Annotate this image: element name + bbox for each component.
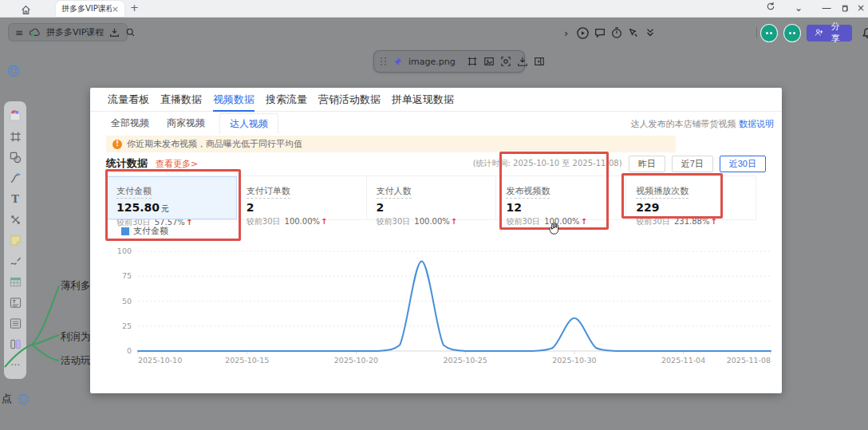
range-yesterday-button[interactable]: 昨日 [629,156,665,172]
notifications-bell-icon[interactable] [862,26,868,40]
svg-text:50: 50 [122,297,132,306]
whiteboard-app-window: 拼多多VIP课程 × + ⌄ — × ≡ 拼多多VIP课程 › [0,0,868,430]
share-label: 分享 [827,21,844,45]
card-label: 支付订单数 [247,185,290,199]
view-more-link[interactable]: 查看更多> [156,158,198,170]
note-text: 达人发布的本店铺带货视频 [631,119,740,129]
assets-icon[interactable] [9,109,22,122]
svg-text:2025-10-20: 2025-10-20 [334,356,378,365]
menu-icon[interactable]: ≡ [15,27,23,38]
stat-card-paying-users[interactable]: 支付人数 2 较前30日100.00%↑ [367,176,497,219]
download-icon[interactable] [109,27,120,37]
range-30days-button[interactable]: 近30日 [720,156,766,172]
drag-handle-icon[interactable] [381,57,387,65]
canvas-text-fragment: 点 [2,392,12,406]
expand-chevron-icon[interactable]: › [558,25,574,41]
svg-text:2025-11-04: 2025-11-04 [661,356,705,365]
card-compare-label: 较前30日 [377,217,411,226]
help-icon[interactable] [18,393,30,408]
svg-text:100: 100 [117,247,132,255]
window-menu-chevron-icon[interactable]: ⌄ [795,2,803,14]
laser-pointer-icon[interactable] [625,25,641,41]
svg-text:2025-11-08: 2025-11-08 [727,356,771,365]
window-close-button[interactable]: × [857,2,865,14]
canvas-badge-icon[interactable] [7,65,20,81]
tab-close-icon[interactable]: × [112,5,119,14]
header-right-tools: › 分享 × [558,24,868,41]
transform-icon[interactable] [9,213,22,226]
pin-icon[interactable] [393,55,403,68]
minimize-button[interactable]: — [822,2,831,14]
collapse-toolbar-icon[interactable] [642,25,657,41]
hand-cursor-icon [547,222,561,239]
svg-text:2025-10-10: 2025-10-10 [138,356,182,365]
toolbar-divider [756,27,757,38]
data-explain-link[interactable]: 数据说明 [739,119,774,129]
sticky-note-icon[interactable] [9,234,22,247]
search-icon[interactable] [125,27,136,37]
collaborator-avatar[interactable] [760,24,778,42]
tab-marketing-data[interactable]: 营销活动数据 [318,88,381,112]
svg-text:75: 75 [122,271,132,280]
restore-button[interactable] [840,3,849,16]
frame-icon[interactable] [9,130,22,143]
text-icon[interactable]: T [9,192,22,205]
browser-tab[interactable]: 拼多多VIP课程 × [56,1,124,17]
card-label: 支付人数 [377,185,412,199]
subtab-influencer-videos[interactable]: 达人视频 [219,113,278,134]
annotation-rect-payment-amount [105,169,241,241]
open-panel-icon[interactable] [534,55,545,68]
card-delta: 100.00% [285,217,321,226]
dashboard-tabs: 流量看板 直播数据 视频数据 搜索流量 营销活动数据 拼单返现数据 [90,88,782,112]
stat-card-payment-orders[interactable]: 支付订单数 2 较前30日100.00%↑ [237,176,367,219]
svg-text:2025-10-25: 2025-10-25 [444,356,487,365]
card-compare-label: 较前30日 [247,217,281,226]
up-arrow-icon: ↑ [451,217,457,226]
image-filename: image.png [408,57,456,67]
svg-text:2025-10-15: 2025-10-15 [225,356,269,365]
replace-image-icon[interactable] [483,55,495,68]
svg-text:0: 0 [127,346,132,355]
range-7days-button[interactable]: 近7日 [672,156,713,172]
warning-banner: ! 你近期未发布视频，商品曝光低于同行平均值 [106,136,676,152]
zoom-to-fit-icon[interactable] [500,55,511,68]
download-image-icon[interactable] [517,55,528,68]
annotation-rect-published-videos [499,152,609,230]
warning-text: 你近期未发布视频，商品曝光低于同行平均值 [127,138,302,150]
add-frame-icon[interactable] [467,55,478,68]
subtab-note: 达人发布的本店铺带货视频 数据说明 [631,118,775,130]
sync-icon[interactable] [766,2,775,14]
tab-video-data[interactable]: 视频数据 [213,88,254,112]
svg-text:25: 25 [122,322,132,330]
tab-live-data[interactable]: 直播数据 [160,88,202,112]
image-context-toolbar: image.png [373,50,525,73]
browser-titlebar: 拼多多VIP课程 × + ⌄ — × [0,0,868,18]
svg-text:2025-10-30: 2025-10-30 [552,356,596,365]
document-title[interactable]: 拼多多VIP课程 [46,26,104,38]
app-header: ≡ 拼多多VIP课程 [8,23,128,41]
card-delta: 100.00% [414,217,450,226]
card-value: 2 [377,201,385,214]
connector-icon[interactable] [9,172,22,184]
payment-trend-chart: 02550751002025-10-102025-10-152025-10-20… [97,241,775,369]
tab-title: 拼多多VIP课程 [61,3,112,14]
subtab-merchant-videos[interactable]: 商家视频 [164,113,208,133]
annotation-rect-video-plays [621,173,723,219]
subtab-all-videos[interactable]: 全部视频 [108,113,152,133]
up-arrow-icon: ↑ [321,217,327,226]
share-button[interactable]: 分享 [807,25,851,41]
warning-icon: ! [112,140,122,149]
line-chart: 02550751002025-10-102025-10-152025-10-20… [97,241,775,372]
timer-icon[interactable] [609,25,624,41]
cloud-sync-icon [29,28,41,37]
collaborator-avatar[interactable] [783,24,801,42]
shapes-icon[interactable] [9,151,22,164]
card-value: 2 [247,201,254,214]
tab-group-rebate-data[interactable]: 拼单返现数据 [392,88,454,112]
new-tab-button[interactable]: + [130,2,139,14]
home-icon[interactable] [21,3,31,18]
tab-traffic-board[interactable]: 流量看板 [108,88,149,112]
comment-icon[interactable] [592,25,607,41]
present-play-icon[interactable] [575,25,590,41]
tab-search-traffic[interactable]: 搜索流量 [266,88,307,112]
